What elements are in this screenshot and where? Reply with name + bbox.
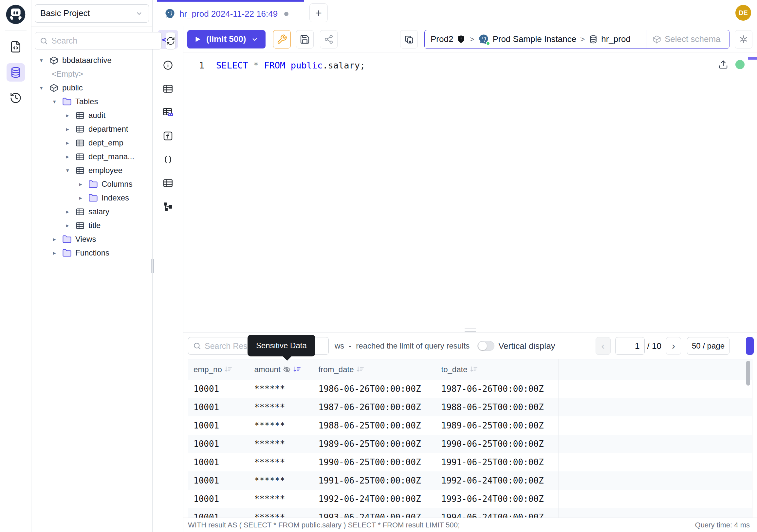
tree-caret-icon[interactable]: ▾	[53, 98, 62, 105]
ai-assistant-button[interactable]	[735, 30, 752, 48]
table-cell[interactable]	[558, 471, 752, 490]
tab-hr-prod[interactable]: hr_prod 2024-11-22 16:49	[157, 0, 304, 26]
column-header-amount[interactable]: amount	[249, 360, 313, 380]
table-cell[interactable]: 1992-06-24T00:00:00Z	[313, 490, 436, 508]
tree-caret-icon[interactable]: ▸	[66, 140, 75, 146]
table-cell[interactable]: 1986-06-26T00:00:00Z	[313, 380, 436, 398]
tree-item-functions[interactable]: ▸ Functions	[31, 246, 152, 260]
tree-caret-icon[interactable]: ▸	[79, 195, 88, 202]
batch-query-button[interactable]	[400, 30, 418, 48]
chevron-down-icon[interactable]	[251, 35, 259, 44]
schema-selector[interactable]: Select schema	[647, 30, 729, 48]
tree-item-indexes[interactable]: ▸ Indexes	[31, 191, 152, 205]
tree-caret-icon[interactable]: ▸	[53, 250, 62, 257]
table-cell[interactable]: 1989-06-25T00:00:00Z	[436, 416, 558, 435]
table-cell[interactable]: ******	[249, 490, 313, 508]
external-tables-icon[interactable]	[161, 105, 175, 120]
table-cell[interactable]: 1987-06-26T00:00:00Z	[436, 380, 558, 398]
table-cell[interactable]: 10001	[188, 380, 249, 398]
table-cell[interactable]: 1991-06-25T00:00:00Z	[436, 453, 558, 471]
table-cell[interactable]: ******	[249, 435, 313, 453]
table-cell[interactable]	[558, 435, 752, 453]
table-cell[interactable]	[558, 398, 752, 416]
table-cell[interactable]: 1988-06-25T00:00:00Z	[313, 416, 436, 435]
table-cell[interactable]: 10001	[188, 508, 249, 517]
tree-caret-icon[interactable]: ▾	[40, 57, 49, 64]
export-button[interactable]	[746, 337, 754, 355]
tree-item-department[interactable]: ▸ department	[31, 122, 152, 136]
prev-page-button[interactable]: ‹	[595, 337, 611, 355]
sort-icon[interactable]	[224, 365, 232, 373]
table-cell[interactable]: 1994-06-24T00:00:00Z	[436, 508, 558, 517]
tree-caret-icon[interactable]: ▸	[66, 126, 75, 133]
next-page-button[interactable]: ›	[666, 337, 681, 355]
table-cell[interactable]: 1991-06-25T00:00:00Z	[313, 471, 436, 490]
vertical-display-toggle[interactable]	[477, 341, 495, 351]
tree-caret-icon[interactable]: ▸	[53, 236, 62, 243]
connection-breadcrumb[interactable]: Prod2 > Prod Sample Instance > hr_prod	[425, 30, 647, 48]
sort-icon[interactable]	[293, 365, 301, 373]
tree-item-employee[interactable]: ▾ employee	[31, 164, 152, 177]
tree-item-salary[interactable]: ▸ salary	[31, 205, 152, 218]
table-cell[interactable]: 1988-06-25T00:00:00Z	[436, 398, 558, 416]
tree-item-views[interactable]: ▸ Views	[31, 232, 152, 246]
tables-icon[interactable]	[161, 81, 175, 96]
tree-caret-icon[interactable]: ▸	[66, 112, 75, 119]
databases-nav-icon[interactable]	[7, 63, 25, 81]
functions-icon[interactable]	[161, 129, 175, 143]
tree-caret-icon[interactable]: ▸	[66, 153, 75, 160]
bytebase-logo-icon[interactable]	[5, 4, 26, 25]
refresh-schema-button[interactable]	[166, 32, 175, 49]
table-cell[interactable]: 10001	[188, 416, 249, 435]
tree-item-tables[interactable]: ▾ Tables	[31, 95, 152, 109]
table-cell[interactable]	[558, 508, 752, 517]
tree-item-title[interactable]: ▸ title	[31, 218, 152, 232]
tree-item-columns[interactable]: ▸ Columns	[31, 177, 152, 191]
tree-item-public[interactable]: ▾ public	[31, 81, 152, 95]
share-button[interactable]	[320, 30, 338, 48]
schema-diagram-icon[interactable]	[161, 200, 175, 214]
table-cell[interactable]: 10001	[188, 398, 249, 416]
column-header-emp_no[interactable]: emp_no	[188, 360, 249, 380]
table-cell[interactable]	[558, 380, 752, 398]
table-cell[interactable]: 10001	[188, 471, 249, 490]
tree-item-dept-mana[interactable]: ▸ dept_mana...	[31, 150, 152, 164]
table-cell[interactable]: 1990-06-25T00:00:00Z	[436, 435, 558, 453]
table-cell[interactable]: 1993-06-24T00:00:00Z	[436, 490, 558, 508]
history-nav-icon[interactable]	[7, 89, 25, 107]
column-header-from_date[interactable]: from_date	[313, 360, 436, 380]
tree-caret-icon[interactable]: ▾	[66, 167, 75, 174]
table-cell[interactable]: 1990-06-25T00:00:00Z	[313, 453, 436, 471]
save-sheet-button[interactable]	[296, 30, 314, 48]
results-resize-handle[interactable]	[183, 328, 757, 333]
tree-item-audit[interactable]: ▸ audit	[31, 109, 152, 122]
tree-caret-icon[interactable]: ▸	[79, 181, 88, 188]
tree-item-bbdataarchive[interactable]: ▾ bbdataarchive	[31, 53, 152, 67]
table-scrollbar[interactable]	[746, 361, 750, 386]
page-number-input[interactable]	[615, 337, 645, 355]
table-cell[interactable]: 10001	[188, 490, 249, 508]
upload-icon[interactable]	[718, 60, 728, 70]
tree-item-empty[interactable]: <Empty>	[31, 67, 152, 81]
views-icon[interactable]	[161, 176, 175, 190]
add-tab-button[interactable]: +	[309, 3, 328, 22]
table-cell[interactable]: ******	[249, 398, 313, 416]
project-selector[interactable]: Basic Project	[35, 4, 149, 23]
worksheets-nav-icon[interactable]	[7, 38, 25, 56]
sort-icon[interactable]	[470, 365, 478, 373]
table-cell[interactable]: 1993-06-24T00:00:00Z	[313, 508, 436, 517]
table-cell[interactable]: ******	[249, 380, 313, 398]
table-cell[interactable]: 10001	[188, 453, 249, 471]
table-cell[interactable]: 1992-06-24T00:00:00Z	[436, 471, 558, 490]
run-query-button[interactable]: (limit 500)	[187, 30, 265, 48]
table-cell[interactable]: ******	[249, 471, 313, 490]
tree-item-dept-emp[interactable]: ▸ dept_emp	[31, 136, 152, 150]
table-cell[interactable]: 1987-06-26T00:00:00Z	[313, 398, 436, 416]
table-cell[interactable]: 1989-06-25T00:00:00Z	[313, 435, 436, 453]
page-size-select[interactable]: 50 / page	[687, 337, 730, 355]
sort-icon[interactable]	[356, 365, 364, 373]
column-header-to_date[interactable]: to_date	[436, 360, 558, 380]
sql-editor[interactable]: 1 SELECT * FROM public.salary;	[183, 52, 757, 328]
table-cell[interactable]: ******	[249, 416, 313, 435]
sidebar-search-input[interactable]	[51, 36, 157, 46]
